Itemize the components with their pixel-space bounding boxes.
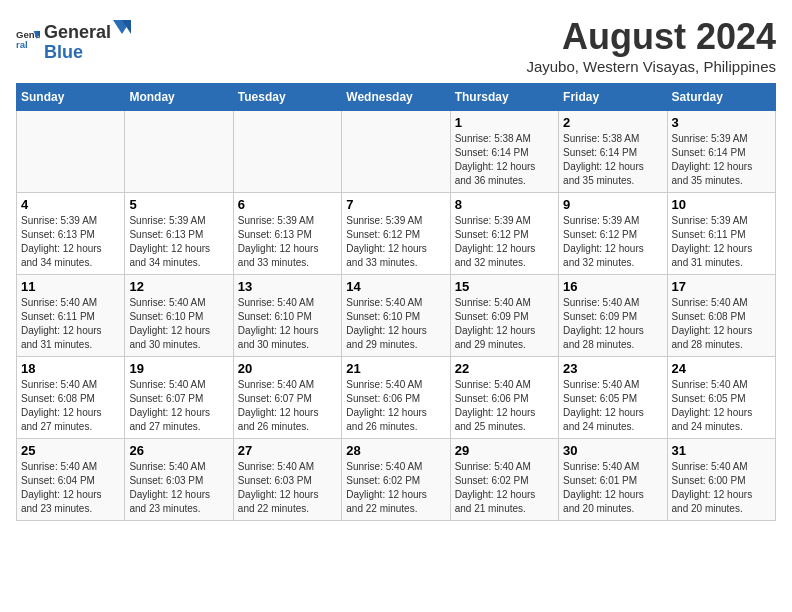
day-number: 14 (346, 279, 445, 294)
calendar-cell (17, 111, 125, 193)
calendar-cell: 18Sunrise: 5:40 AM Sunset: 6:08 PM Dayli… (17, 357, 125, 439)
calendar-cell: 4Sunrise: 5:39 AM Sunset: 6:13 PM Daylig… (17, 193, 125, 275)
day-info: Sunrise: 5:40 AM Sunset: 6:10 PM Dayligh… (129, 296, 228, 352)
calendar-cell: 31Sunrise: 5:40 AM Sunset: 6:00 PM Dayli… (667, 439, 775, 521)
day-number: 13 (238, 279, 337, 294)
calendar-cell: 13Sunrise: 5:40 AM Sunset: 6:10 PM Dayli… (233, 275, 341, 357)
header-wednesday: Wednesday (342, 84, 450, 111)
day-info: Sunrise: 5:40 AM Sunset: 6:06 PM Dayligh… (346, 378, 445, 434)
header-friday: Friday (559, 84, 667, 111)
logo-arrow-icon (113, 16, 131, 38)
calendar-cell: 17Sunrise: 5:40 AM Sunset: 6:08 PM Dayli… (667, 275, 775, 357)
page-header: Gene ral General Blue August 2024 Jayubo… (16, 16, 776, 75)
day-number: 6 (238, 197, 337, 212)
day-number: 27 (238, 443, 337, 458)
calendar-cell: 23Sunrise: 5:40 AM Sunset: 6:05 PM Dayli… (559, 357, 667, 439)
day-info: Sunrise: 5:40 AM Sunset: 6:01 PM Dayligh… (563, 460, 662, 516)
day-number: 24 (672, 361, 771, 376)
week-row-3: 11Sunrise: 5:40 AM Sunset: 6:11 PM Dayli… (17, 275, 776, 357)
calendar-cell: 27Sunrise: 5:40 AM Sunset: 6:03 PM Dayli… (233, 439, 341, 521)
main-title: August 2024 (526, 16, 776, 58)
week-row-1: 1Sunrise: 5:38 AM Sunset: 6:14 PM Daylig… (17, 111, 776, 193)
calendar-cell: 2Sunrise: 5:38 AM Sunset: 6:14 PM Daylig… (559, 111, 667, 193)
header-thursday: Thursday (450, 84, 558, 111)
day-info: Sunrise: 5:39 AM Sunset: 6:12 PM Dayligh… (563, 214, 662, 270)
day-number: 8 (455, 197, 554, 212)
day-info: Sunrise: 5:38 AM Sunset: 6:14 PM Dayligh… (455, 132, 554, 188)
day-number: 23 (563, 361, 662, 376)
day-number: 7 (346, 197, 445, 212)
day-number: 1 (455, 115, 554, 130)
calendar-cell: 30Sunrise: 5:40 AM Sunset: 6:01 PM Dayli… (559, 439, 667, 521)
day-number: 29 (455, 443, 554, 458)
calendar-cell: 14Sunrise: 5:40 AM Sunset: 6:10 PM Dayli… (342, 275, 450, 357)
day-info: Sunrise: 5:40 AM Sunset: 6:09 PM Dayligh… (455, 296, 554, 352)
calendar-cell (342, 111, 450, 193)
header-monday: Monday (125, 84, 233, 111)
day-number: 20 (238, 361, 337, 376)
calendar-cell (125, 111, 233, 193)
day-number: 4 (21, 197, 120, 212)
day-info: Sunrise: 5:40 AM Sunset: 6:03 PM Dayligh… (129, 460, 228, 516)
calendar-body: 1Sunrise: 5:38 AM Sunset: 6:14 PM Daylig… (17, 111, 776, 521)
day-number: 18 (21, 361, 120, 376)
header-saturday: Saturday (667, 84, 775, 111)
day-number: 28 (346, 443, 445, 458)
day-info: Sunrise: 5:40 AM Sunset: 6:04 PM Dayligh… (21, 460, 120, 516)
day-info: Sunrise: 5:40 AM Sunset: 6:08 PM Dayligh… (672, 296, 771, 352)
day-info: Sunrise: 5:40 AM Sunset: 6:02 PM Dayligh… (346, 460, 445, 516)
day-info: Sunrise: 5:40 AM Sunset: 6:05 PM Dayligh… (672, 378, 771, 434)
title-section: August 2024 Jayubo, Western Visayas, Phi… (526, 16, 776, 75)
day-info: Sunrise: 5:39 AM Sunset: 6:13 PM Dayligh… (21, 214, 120, 270)
calendar-cell: 8Sunrise: 5:39 AM Sunset: 6:12 PM Daylig… (450, 193, 558, 275)
day-info: Sunrise: 5:40 AM Sunset: 6:09 PM Dayligh… (563, 296, 662, 352)
day-info: Sunrise: 5:40 AM Sunset: 6:10 PM Dayligh… (238, 296, 337, 352)
calendar-cell: 24Sunrise: 5:40 AM Sunset: 6:05 PM Dayli… (667, 357, 775, 439)
day-info: Sunrise: 5:39 AM Sunset: 6:12 PM Dayligh… (455, 214, 554, 270)
subtitle: Jayubo, Western Visayas, Philippines (526, 58, 776, 75)
week-row-5: 25Sunrise: 5:40 AM Sunset: 6:04 PM Dayli… (17, 439, 776, 521)
svg-text:ral: ral (16, 39, 28, 50)
day-number: 11 (21, 279, 120, 294)
day-info: Sunrise: 5:39 AM Sunset: 6:11 PM Dayligh… (672, 214, 771, 270)
day-number: 17 (672, 279, 771, 294)
day-info: Sunrise: 5:40 AM Sunset: 6:06 PM Dayligh… (455, 378, 554, 434)
day-info: Sunrise: 5:38 AM Sunset: 6:14 PM Dayligh… (563, 132, 662, 188)
calendar-cell: 1Sunrise: 5:38 AM Sunset: 6:14 PM Daylig… (450, 111, 558, 193)
day-info: Sunrise: 5:40 AM Sunset: 6:03 PM Dayligh… (238, 460, 337, 516)
calendar-cell: 3Sunrise: 5:39 AM Sunset: 6:14 PM Daylig… (667, 111, 775, 193)
day-info: Sunrise: 5:39 AM Sunset: 6:13 PM Dayligh… (129, 214, 228, 270)
calendar-cell: 28Sunrise: 5:40 AM Sunset: 6:02 PM Dayli… (342, 439, 450, 521)
week-row-4: 18Sunrise: 5:40 AM Sunset: 6:08 PM Dayli… (17, 357, 776, 439)
day-number: 9 (563, 197, 662, 212)
day-number: 16 (563, 279, 662, 294)
day-info: Sunrise: 5:39 AM Sunset: 6:14 PM Dayligh… (672, 132, 771, 188)
day-info: Sunrise: 5:40 AM Sunset: 6:05 PM Dayligh… (563, 378, 662, 434)
header-tuesday: Tuesday (233, 84, 341, 111)
calendar-table: SundayMondayTuesdayWednesdayThursdayFrid… (16, 83, 776, 521)
day-number: 25 (21, 443, 120, 458)
day-number: 12 (129, 279, 228, 294)
calendar-cell: 21Sunrise: 5:40 AM Sunset: 6:06 PM Dayli… (342, 357, 450, 439)
calendar-cell: 15Sunrise: 5:40 AM Sunset: 6:09 PM Dayli… (450, 275, 558, 357)
week-row-2: 4Sunrise: 5:39 AM Sunset: 6:13 PM Daylig… (17, 193, 776, 275)
logo: Gene ral General Blue (16, 16, 131, 63)
calendar-cell: 9Sunrise: 5:39 AM Sunset: 6:12 PM Daylig… (559, 193, 667, 275)
day-number: 31 (672, 443, 771, 458)
day-number: 26 (129, 443, 228, 458)
day-number: 10 (672, 197, 771, 212)
calendar-cell: 22Sunrise: 5:40 AM Sunset: 6:06 PM Dayli… (450, 357, 558, 439)
day-info: Sunrise: 5:39 AM Sunset: 6:13 PM Dayligh… (238, 214, 337, 270)
calendar-cell: 10Sunrise: 5:39 AM Sunset: 6:11 PM Dayli… (667, 193, 775, 275)
day-info: Sunrise: 5:39 AM Sunset: 6:12 PM Dayligh… (346, 214, 445, 270)
calendar-cell: 20Sunrise: 5:40 AM Sunset: 6:07 PM Dayli… (233, 357, 341, 439)
logo-text-blue: Blue (44, 42, 83, 62)
day-number: 2 (563, 115, 662, 130)
day-number: 3 (672, 115, 771, 130)
day-info: Sunrise: 5:40 AM Sunset: 6:07 PM Dayligh… (238, 378, 337, 434)
day-number: 22 (455, 361, 554, 376)
logo-text-general: General (44, 23, 111, 43)
day-number: 19 (129, 361, 228, 376)
calendar-cell: 6Sunrise: 5:39 AM Sunset: 6:13 PM Daylig… (233, 193, 341, 275)
day-info: Sunrise: 5:40 AM Sunset: 6:07 PM Dayligh… (129, 378, 228, 434)
